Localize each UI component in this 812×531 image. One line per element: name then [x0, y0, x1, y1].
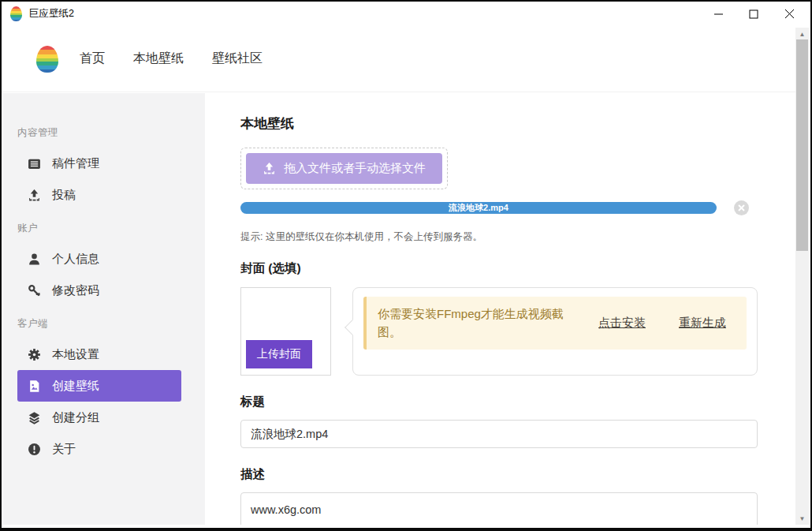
scrollbar-thumb[interactable]: [796, 39, 808, 251]
gear-icon: [27, 348, 42, 361]
sidebar-item-profile[interactable]: 个人信息: [17, 243, 181, 275]
brand-logo-icon: [36, 46, 58, 73]
sidebar-item-label: 关于: [52, 442, 76, 457]
upload-progress-bar: 流浪地球2.mp4: [240, 202, 717, 214]
sidebar-item-create-wallpaper[interactable]: 创建壁纸: [17, 370, 181, 402]
sidebar-section-account: 账户: [17, 222, 205, 235]
about-icon: [27, 443, 42, 456]
sidebar-item-create-group[interactable]: 创建分组: [17, 402, 181, 433]
install-ffmpeg-link[interactable]: 点击安装: [598, 316, 646, 331]
sidebar-item-label: 投稿: [52, 188, 76, 203]
close-button[interactable]: [783, 8, 795, 21]
scroll-up-icon[interactable]: ▲: [795, 28, 809, 40]
key-icon: [27, 284, 42, 297]
ffmpeg-alert-text: 你需要安装FFmpeg才能生成视频截图。: [378, 305, 576, 342]
alert-links: 点击安装 重新生成: [598, 316, 726, 331]
scroll-down-icon[interactable]: ▼: [795, 512, 809, 525]
sidebar-item-label: 修改密码: [52, 283, 99, 298]
page-title: 本地壁纸: [240, 114, 758, 133]
title-input[interactable]: [240, 420, 758, 448]
person-icon: [27, 252, 42, 266]
minimize-button[interactable]: [712, 8, 724, 21]
nav-local-wallpaper[interactable]: 本地壁纸: [133, 50, 184, 67]
maximize-button[interactable]: [747, 8, 760, 21]
sidebar-item-local-settings[interactable]: 本地设置: [17, 338, 181, 370]
ffmpeg-alert: 你需要安装FFmpeg才能生成视频截图。 点击安装 重新生成: [363, 297, 747, 350]
title-field-label: 标题: [240, 394, 758, 410]
sidebar-item-label: 本地设置: [52, 347, 99, 362]
file-image-icon: [27, 380, 42, 393]
cover-section-title: 封面 (选填): [240, 260, 758, 277]
progress-filename: 流浪地球2.mp4: [449, 203, 508, 212]
app-window: 巨应壁纸2 首页 本地壁纸 壁纸社区 内容管理: [0, 0, 812, 531]
vertical-scrollbar[interactable]: ▲ ▼: [795, 28, 809, 525]
sidebar-item-label: 创建分组: [52, 410, 99, 425]
sidebar: 内容管理 稿件管理 投稿 账户 个人信息: [3, 93, 205, 525]
nav-home[interactable]: 首页: [80, 50, 105, 67]
select-file-button[interactable]: 拖入文件或者手动选择文件: [246, 153, 442, 184]
titlebar: 巨应壁纸2: [2, 2, 810, 26]
top-nav: 首页 本地壁纸 壁纸社区: [2, 26, 810, 92]
sidebar-item-label: 个人信息: [52, 252, 99, 267]
sidebar-item-submit[interactable]: 投稿: [17, 179, 181, 211]
nav-wallpaper-community[interactable]: 壁纸社区: [212, 50, 263, 67]
local-only-hint: 提示: 这里的壁纸仅在你本机使用，不会上传到服务器。: [240, 230, 758, 244]
upload-cover-button[interactable]: 上传封面: [246, 340, 312, 368]
remove-file-icon[interactable]: [734, 200, 749, 215]
sidebar-item-label: 创建壁纸: [52, 379, 99, 394]
window-title: 巨应壁纸2: [29, 7, 74, 21]
regenerate-link[interactable]: 重新生成: [679, 316, 726, 331]
upload-progress-row: 流浪地球2.mp4: [240, 200, 758, 215]
cover-preview-box[interactable]: 上传封面: [240, 287, 331, 376]
sidebar-section-content-mgmt: 内容管理: [17, 126, 205, 140]
cover-row: 上传封面 你需要安装FFmpeg才能生成视频截图。 点击安装 重新生成: [240, 287, 758, 376]
window-controls: [712, 8, 802, 21]
sidebar-item-about[interactable]: 关于: [17, 433, 181, 465]
cover-tooltip-bubble: 你需要安装FFmpeg才能生成视频截图。 点击安装 重新生成: [352, 287, 758, 376]
sidebar-item-manuscripts[interactable]: 稿件管理: [17, 148, 181, 179]
sidebar-item-change-password[interactable]: 修改密码: [17, 275, 181, 306]
article-icon: [27, 157, 42, 170]
description-field-label: 描述: [240, 466, 758, 483]
layers-icon: [27, 411, 42, 424]
description-input[interactable]: [240, 492, 758, 525]
main-content: 本地壁纸 拖入文件或者手动选择文件 流浪地球2.mp4 提示: 这里的壁纸仅在你…: [205, 93, 795, 525]
sidebar-section-client: 客户端: [17, 317, 205, 331]
sidebar-item-label: 稿件管理: [52, 156, 99, 171]
bubble-pointer: [345, 320, 360, 335]
app-logo-icon: [10, 6, 22, 21]
upload-icon: [27, 189, 42, 202]
file-dropzone[interactable]: 拖入文件或者手动选择文件: [240, 148, 448, 189]
upload-tray-icon: [263, 162, 276, 175]
